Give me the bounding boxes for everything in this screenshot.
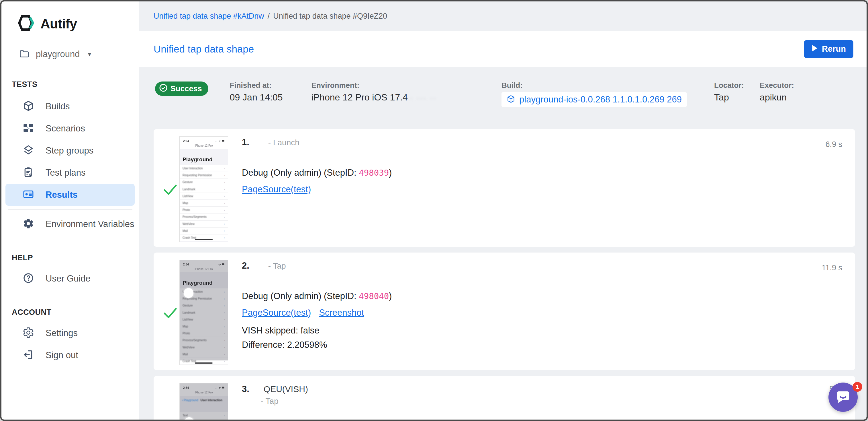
question-circle-icon [23, 272, 34, 285]
sidebar-item-scenarios[interactable]: Scenarios [5, 117, 135, 139]
svg-text:…: … [215, 140, 217, 142]
app-window: Autify playground ▼ TESTS Builds [0, 0, 868, 421]
chevron-right-icon: › [224, 174, 225, 177]
home-indicator [195, 362, 213, 364]
phone-section-band: TOOLS [180, 365, 228, 365]
step-number: 3. [242, 384, 249, 394]
chevron-right-icon: › [224, 236, 225, 239]
breadcrumb: Unified tap data shape #kAtDnw / Unified… [139, 1, 868, 31]
gear-filled-icon [23, 218, 34, 230]
phone-section-band: TOOLS [180, 241, 228, 242]
chevron-down-icon: ▼ [87, 51, 92, 58]
sidebar-item-results[interactable]: Results [5, 184, 135, 206]
sign-out-icon [23, 349, 34, 362]
title-bar: Unified tap data shape Rerun [139, 31, 868, 67]
scenarios-icon [23, 122, 34, 135]
workspace-selector[interactable]: playground ▼ [1, 49, 139, 59]
sidebar-item-settings[interactable]: Settings [5, 322, 135, 344]
build: Build: playground-ios-0.0.268 1.1.0.1.0.… [501, 81, 687, 107]
phone-list-row: Map› [180, 200, 228, 207]
breadcrumb-scenario-link[interactable]: Unified tap data shape #kAtDnw [154, 12, 264, 21]
section-header-tests: TESTS [1, 80, 139, 89]
step-card-2: 2:34 … iPhone 12 Pro Playground User Int… [154, 253, 855, 370]
workspace-name: playground [36, 49, 80, 59]
step-id: 498041 [359, 419, 389, 421]
redacted-text: · ··· ·· [410, 94, 437, 102]
sidebar-item-label: Builds [45, 101, 70, 112]
sidebar-item-label: Results [45, 190, 78, 200]
page-title[interactable]: Unified tap data shape [154, 43, 254, 55]
rerun-button[interactable]: Rerun [804, 40, 854, 58]
step-id: 498039 [359, 168, 389, 178]
phone-device-title: iPhone 12 Pro [180, 144, 228, 147]
pagesource-link[interactable]: PageSource(test) [242, 184, 311, 195]
phone-list-row: ListView› [180, 193, 228, 200]
step-debug-line: Debug (Only admin) (StepID: 498040) [242, 291, 792, 301]
step-card-1: 2:34 … iPhone 12 Pro Playground User Int… [154, 129, 855, 247]
step-screenshot-thumbnail[interactable]: 2:34 … iPhone 12 Pro Playground User Int… [179, 136, 228, 242]
phone-time: 2:34 [183, 139, 189, 143]
sidebar-item-sign-out[interactable]: Sign out [5, 344, 135, 366]
clipboard-gear-icon [23, 166, 34, 179]
phone-list-row: Photo› [180, 207, 228, 214]
executor: Executor: apikun [760, 81, 794, 103]
finished-at: Finished at: 09 Jan 14:05 [230, 81, 283, 103]
chat-bubble-icon [836, 389, 850, 405]
sidebar-item-label: Environment Variables [45, 219, 134, 229]
sidebar-item-test-plans[interactable]: Test plans [5, 162, 135, 184]
check-circle-icon [159, 84, 168, 94]
sidebar-item-builds[interactable]: Builds [5, 95, 135, 117]
phone-list-row: Requesting Permission› [180, 172, 228, 179]
step-action: - Tap [261, 397, 792, 406]
build-link-chip[interactable]: playground-ios-0.0.268 1.1.0.1.0.269 269 [501, 92, 687, 107]
step-number: 2. [242, 260, 249, 271]
result-summary: Success Finished at: 09 Jan 14:05 Enviro… [139, 67, 868, 107]
sidebar-divider [8, 209, 132, 209]
cube-icon [23, 100, 34, 113]
step-number: 1. [242, 137, 249, 147]
dim-overlay [180, 260, 228, 360]
success-check-icon [163, 307, 178, 320]
screenshot-link[interactable]: Screenshot [319, 308, 364, 318]
sidebar-item-step-groups[interactable]: Step groups [5, 139, 135, 162]
phone-list-row: Process/Segments› [180, 214, 228, 220]
sidebar-item-environment-variables[interactable]: Environment Variables [5, 213, 135, 235]
vish-skipped-text: VISH skipped: false [242, 326, 792, 336]
play-icon [811, 44, 818, 54]
phone-list-row: WebView› [180, 221, 228, 228]
phone-screen-title: Playground [183, 157, 225, 163]
pagesource-link[interactable]: PageSource(test) [242, 308, 311, 318]
build-link: playground-ios-0.0.268 1.1.0.1.0.269 269 [519, 94, 682, 105]
folder-icon [19, 49, 30, 59]
notification-badge: 1 [852, 382, 862, 392]
logo-wordmark: Autify [40, 16, 77, 32]
step-duration: 6.9 s [825, 140, 842, 149]
chat-launcher-button[interactable]: 1 [829, 383, 858, 412]
step-card-3: 2:34 … iPhone 12 Pro ‹ Playground User I… [154, 376, 855, 421]
breadcrumb-separator: / [268, 12, 270, 21]
wifi-battery-icons: … [215, 138, 225, 143]
difference-text: Difference: 2.20598% [242, 340, 792, 350]
chevron-right-icon: › [224, 188, 225, 191]
phone-status-bar: 2:34 … [180, 137, 228, 143]
chevron-right-icon: › [224, 215, 225, 219]
chevron-right-icon: › [224, 167, 225, 170]
tap-highlight [184, 288, 193, 298]
section-header-account: ACCOUNT [1, 308, 139, 317]
phone-list-row: Gesture› [180, 179, 228, 186]
phone-list-row: Landmark› [180, 186, 228, 193]
autify-logo[interactable]: Autify [1, 15, 139, 32]
phone-list-row: Crash Test› [180, 234, 228, 241]
build-cube-icon [507, 95, 515, 105]
sidebar-item-label: Test plans [45, 168, 86, 178]
step-screenshot-thumbnail[interactable]: 2:34 … iPhone 12 Pro ‹ Playground User I… [179, 383, 228, 421]
sidebar: Autify playground ▼ TESTS Builds [1, 1, 139, 420]
breadcrumb-current: Unified tap data shape #Q9IeZ20 [273, 12, 387, 21]
phone-list-row: User Interaction› [180, 165, 228, 172]
step-debug-line: Debug (Only admin) (StepID: 498041) [242, 419, 792, 421]
chevron-right-icon: › [224, 229, 225, 232]
sidebar-item-user-guide[interactable]: User Guide [5, 268, 135, 289]
section-header-help: HELP [1, 253, 139, 262]
step-screenshot-thumbnail[interactable]: 2:34 … iPhone 12 Pro Playground User Int… [179, 260, 228, 365]
main-content: Unified tap data shape #kAtDnw / Unified… [139, 1, 868, 420]
